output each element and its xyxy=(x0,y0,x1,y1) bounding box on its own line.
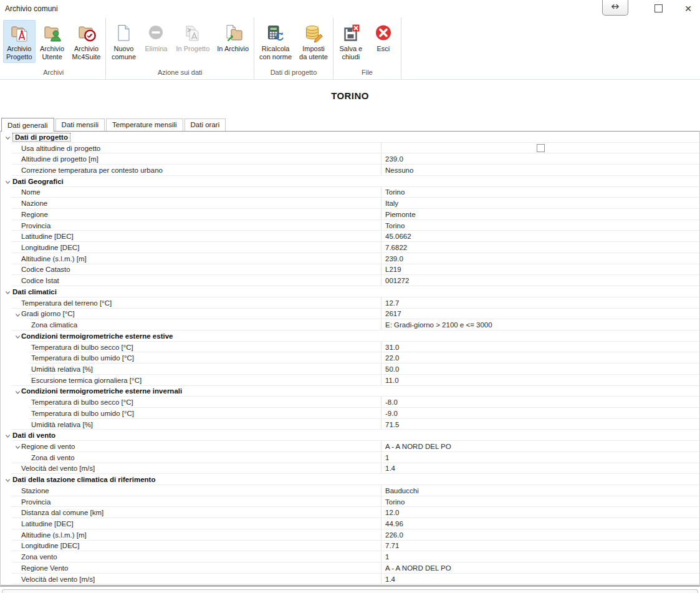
value-cell[interactable]: 226.0 xyxy=(381,529,699,541)
chevron-down-icon[interactable] xyxy=(5,135,11,142)
row-label: Dati climatici xyxy=(1,288,699,296)
property-grid: Dati di progettoUsa altitudine di proget… xyxy=(0,131,700,587)
grid-section-row[interactable]: Dati di progetto xyxy=(1,132,699,143)
row-label: Altitudine (s.l.m.) [m] xyxy=(1,531,381,539)
in-progetto-button[interactable]: In Progetto xyxy=(173,20,213,55)
value-cell[interactable]: 1 xyxy=(381,452,699,463)
grid-row: Umidità relativa [%]71.5 xyxy=(1,419,699,430)
grid-row: Distanza dal comune [km]12.0 xyxy=(1,507,699,518)
value-cell[interactable]: Nessuno xyxy=(381,165,699,176)
grid-row: Correzione temperatura per contesto urba… xyxy=(1,165,699,176)
calculator-refresh-icon xyxy=(266,23,285,43)
row-label: Longitudine [DEC] xyxy=(1,244,381,251)
checkbox[interactable] xyxy=(537,144,545,152)
value-cell[interactable]: 44.96 xyxy=(381,518,699,529)
resize-arrows-button[interactable] xyxy=(602,0,628,16)
ribbon-group-label: Archivi xyxy=(2,68,104,79)
value-cell[interactable]: 2617 xyxy=(381,309,699,320)
tab-temperature-mensili[interactable]: Temperature mensili xyxy=(106,118,183,131)
grid-row: NazioneItaly xyxy=(1,198,699,209)
in-archivio-button[interactable]: In Archivio xyxy=(214,20,252,55)
row-label: Altitudine di progetto [m] xyxy=(1,155,381,163)
esci-button[interactable]: Esci xyxy=(368,20,399,55)
database-pencil-icon xyxy=(304,23,324,43)
chevron-down-icon[interactable] xyxy=(15,389,21,397)
value-cell[interactable]: 7.6822 xyxy=(381,242,699,253)
chevron-down-icon[interactable] xyxy=(5,477,11,485)
row-label: Condizioni termoigrometriche esterne inv… xyxy=(1,387,699,395)
chevron-down-icon[interactable] xyxy=(15,334,21,341)
salva-e-chiudi-button[interactable]: Salva e chiudi xyxy=(335,20,367,63)
grid-section-row[interactable]: Dati Geografici xyxy=(1,176,699,187)
chevron-down-icon[interactable] xyxy=(15,444,21,451)
chevron-down-icon[interactable] xyxy=(15,312,21,319)
value-cell[interactable]: 1.4 xyxy=(381,463,699,475)
value-cell[interactable]: 1 xyxy=(381,551,699,562)
ribbon-button-label: Esci xyxy=(377,45,390,53)
folder-check-icon xyxy=(77,23,97,43)
chevron-down-icon[interactable] xyxy=(5,433,11,440)
value-cell[interactable]: 1.4 xyxy=(381,574,699,585)
value-cell[interactable]: L219 xyxy=(381,264,699,276)
grid-row: Longitudine [DEC]7.6822 xyxy=(1,242,699,253)
value-cell[interactable]: A - A NORD DEL PO xyxy=(381,441,699,452)
value-cell[interactable]: 31.0 xyxy=(381,342,699,353)
ribbon-button-label: Salva e chiudi xyxy=(340,45,363,61)
checkbox-cell[interactable] xyxy=(381,143,699,154)
grid-row: ProvinciaTorino xyxy=(1,496,699,508)
chevron-down-icon[interactable] xyxy=(5,179,11,186)
grid-section-row[interactable]: Dati di vento xyxy=(1,430,699,441)
value-cell[interactable]: 71.5 xyxy=(381,419,699,430)
grid-section-row[interactable]: Dati della stazione climatica di riferim… xyxy=(1,474,699,485)
ribbon-button-label: Archivio Progetto xyxy=(6,45,32,61)
grid-row: Zona climaticaE: Gradi-giorno > 2100 e <… xyxy=(1,319,699,330)
value-cell[interactable]: Torino xyxy=(381,496,699,508)
value-cell[interactable]: 001272 xyxy=(381,275,699,286)
ribbon-toolbar: Archivio ProgettoArchivio UtenteArchivio… xyxy=(0,17,700,80)
value-cell[interactable]: A - A NORD DEL PO xyxy=(381,562,699,574)
value-cell[interactable]: Piemonte xyxy=(381,209,699,220)
value-cell[interactable]: 12.7 xyxy=(381,297,699,309)
row-label: Zona climatica xyxy=(1,321,381,329)
chevron-down-icon[interactable] xyxy=(5,289,11,297)
value-cell[interactable]: Bauducchi xyxy=(381,485,699,496)
ribbon-button-label: Elimina xyxy=(145,45,167,53)
value-cell[interactable]: 239.0 xyxy=(381,153,699,165)
value-cell[interactable]: 50.0 xyxy=(381,364,699,375)
grid-subsection-row[interactable]: Condizioni termoigrometriche esterne inv… xyxy=(1,386,699,397)
value-cell[interactable]: Italy xyxy=(381,198,699,209)
value-cell[interactable]: 45.0662 xyxy=(381,231,699,242)
archivio-progetto-button[interactable]: Archivio Progetto xyxy=(3,20,36,63)
value-cell[interactable]: E: Gradi-giorno > 2100 e <= 3000 xyxy=(381,319,699,330)
value-cell[interactable]: 7.71 xyxy=(381,541,699,552)
row-label: Gradi giorno [°C] xyxy=(1,310,381,317)
imposti-da-utente-button[interactable]: Imposti da utente xyxy=(296,20,331,63)
tab-dati-orari[interactable]: Dati orari xyxy=(185,118,226,131)
grid-subsection-row[interactable]: Condizioni termoigrometriche esterne est… xyxy=(1,330,699,342)
grid-row: Temperatura del terreno [°C]12.7 xyxy=(1,297,699,309)
nuovo-comune-button[interactable]: Nuovo comune xyxy=(108,20,139,63)
value-cell[interactable]: 22.0 xyxy=(381,352,699,364)
value-cell[interactable]: -8.0 xyxy=(381,397,699,408)
row-label: Altitudine (s.l.m.) [m] xyxy=(1,255,381,263)
folder-user-icon xyxy=(42,23,62,43)
tab-dati-generali[interactable]: Dati generali xyxy=(1,118,54,132)
value-cell[interactable]: Torino xyxy=(381,220,699,231)
archivio-mc4suite-button[interactable]: Archivio Mc4Suite xyxy=(69,20,104,63)
archivio-utente-button[interactable]: Archivio Utente xyxy=(37,20,68,63)
value-cell[interactable]: Torino xyxy=(381,187,699,198)
close-button[interactable]: × xyxy=(681,1,696,16)
value-cell[interactable]: 12.0 xyxy=(381,507,699,518)
row-label: Temperatura di bulbo secco [°C] xyxy=(1,398,381,406)
tab-dati-mensili[interactable]: Dati mensili xyxy=(55,118,105,131)
value-cell[interactable]: -9.0 xyxy=(381,408,699,419)
row-label: Temperatura di bulbo umido [°C] xyxy=(1,354,381,362)
value-cell[interactable]: 239.0 xyxy=(381,253,699,264)
value-cell[interactable]: 11.0 xyxy=(381,375,699,386)
elimina-button[interactable]: Elimina xyxy=(140,20,171,55)
maximize-button[interactable] xyxy=(651,1,666,16)
grid-section-row[interactable]: Dati climatici xyxy=(1,286,699,297)
grid-row: Codice Istat001272 xyxy=(1,275,699,286)
ricalcola-con-norme-button[interactable]: Ricalcola con norme xyxy=(256,20,295,63)
window-title: Archivio comuni xyxy=(5,4,58,13)
